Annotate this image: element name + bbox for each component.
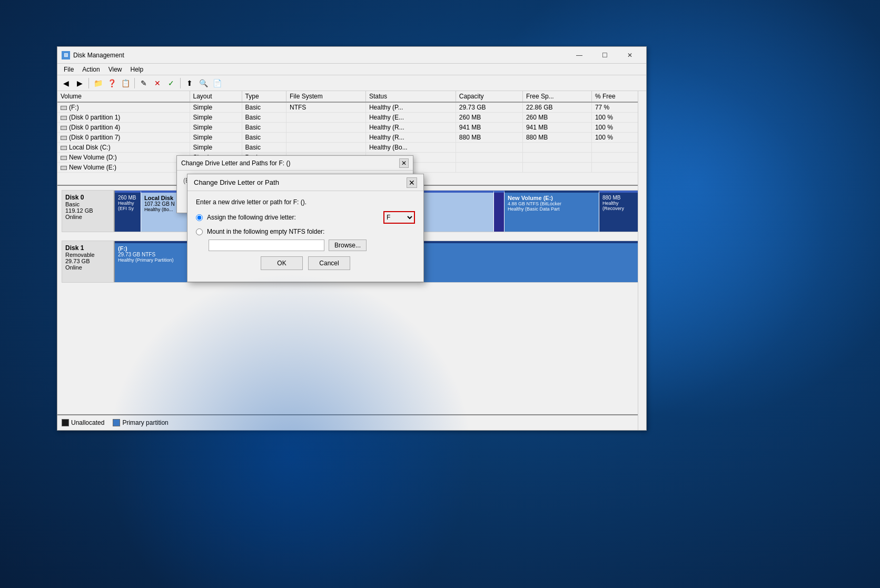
disk-icon <box>61 136 67 140</box>
report-button[interactable]: 📄 <box>211 77 223 89</box>
col-filesystem: File System <box>286 91 366 102</box>
col-volume: Volume <box>57 91 190 102</box>
window-icon: ⊞ <box>62 51 70 59</box>
col-layout: Layout <box>190 91 242 102</box>
inner-ok-button[interactable]: OK <box>261 256 303 270</box>
disk-0-info: Disk 0 Basic 119.12 GB Online <box>62 191 115 232</box>
table-row[interactable]: (F:) Simple Basic NTFS Healthy (P... 29.… <box>57 102 646 113</box>
forward-button[interactable]: ▶ <box>73 77 86 89</box>
disk-0-status: Online <box>65 214 111 220</box>
disk-1-size: 29.73 GB <box>65 258 111 264</box>
help-button[interactable]: ❓ <box>105 77 118 89</box>
cell-fs: NTFS <box>286 102 366 113</box>
toolbar: ◀ ▶ 📁 ❓ 📋 ✎ ✕ ✓ ⬆ 🔍 📄 <box>57 75 646 91</box>
disk-icon <box>61 156 67 160</box>
table-row[interactable]: (Disk 0 partition 4) Simple Basic Health… <box>57 123 646 133</box>
col-status: Status <box>365 91 456 102</box>
part-e-name: New Volume (E:) <box>508 195 596 201</box>
mount-folder-row: Mount in the following empty NTFS folder… <box>196 228 415 235</box>
inner-dialog-close-button[interactable]: ✕ <box>407 177 417 188</box>
mount-folder-radio[interactable] <box>196 228 203 235</box>
disk-icon <box>61 126 67 130</box>
disk-1-name: Disk 1 <box>65 244 111 252</box>
mount-folder-label: Mount in the following empty NTFS folder… <box>207 228 324 235</box>
disk-1-status: Online <box>65 264 111 271</box>
disk-0-type: Basic <box>65 201 111 207</box>
partition-recovery[interactable]: 880 MB Healthy (Recovery <box>599 191 641 232</box>
cell-volume: (Disk 0 partition 7) <box>57 133 190 143</box>
drive-letter-select[interactable]: F <box>383 211 415 224</box>
disk-0-name: Disk 0 <box>65 194 111 201</box>
properties-button[interactable]: 📋 <box>119 77 132 89</box>
legend-unallocated: Unallocated <box>62 419 104 426</box>
table-row[interactable]: (Disk 0 partition 1) Simple Basic Health… <box>57 113 646 123</box>
inner-cancel-button[interactable]: Cancel <box>308 256 350 270</box>
partition-e[interactable]: New Volume (E:) 4.88 GB NTFS (BitLocker … <box>505 191 599 232</box>
folder-input-row: Browse... <box>209 240 415 251</box>
menu-view[interactable]: View <box>104 65 126 74</box>
part-e-status: Healthy (Basic Data Part <box>508 206 596 212</box>
inner-dialog-body: Enter a new drive letter or path for F: … <box>187 191 423 282</box>
toolbar-separator-2 <box>134 78 135 88</box>
cell-free: 22.86 GB <box>522 102 591 113</box>
cell-volume: (Disk 0 partition 4) <box>57 123 190 133</box>
outer-dialog-close-button[interactable]: ✕ <box>399 158 409 168</box>
outer-dialog-title-bar: Change Drive Letter and Paths for F: () … <box>177 156 413 171</box>
disk-1-type: Removable <box>65 252 111 258</box>
assign-letter-radio[interactable] <box>196 214 203 221</box>
menu-help[interactable]: Help <box>126 65 148 74</box>
folder-button[interactable]: 📁 <box>92 77 104 89</box>
cell-cap: 29.73 GB <box>456 102 522 113</box>
table-row[interactable]: (Disk 0 partition 7) Simple Basic Health… <box>57 133 646 143</box>
check-button[interactable]: ✓ <box>165 77 177 89</box>
search-button[interactable]: 🔍 <box>197 77 210 89</box>
partition-small[interactable] <box>494 191 505 232</box>
disk-0-size: 119.12 GB <box>65 207 111 214</box>
cell-volume: Local Disk (C:) <box>57 143 190 153</box>
inner-dialog: Change Drive Letter or Path ✕ Enter a ne… <box>187 174 424 282</box>
legend-bar: Unallocated Primary partition <box>57 414 646 430</box>
vertical-scrollbar[interactable] <box>638 91 646 430</box>
cell-type: Basic <box>242 102 286 113</box>
assign-letter-label: Assign the following drive letter: <box>207 214 296 221</box>
unallocated-label: Unallocated <box>71 419 104 426</box>
cell-volume: New Volume (E:) <box>57 163 190 173</box>
close-button[interactable]: ✕ <box>618 47 642 64</box>
legend-primary: Primary partition <box>113 419 168 426</box>
menu-bar: File Action View Help <box>57 64 646 75</box>
primary-swatch <box>113 419 120 426</box>
outer-dialog-title-text: Change Drive Letter and Paths for F: () <box>181 160 290 167</box>
disk-icon <box>61 146 67 150</box>
menu-action[interactable]: Action <box>78 65 104 74</box>
part-efi-size: 260 MB <box>118 195 137 201</box>
menu-file[interactable]: File <box>60 65 78 74</box>
inner-dialog-title-bar: Change Drive Letter or Path ✕ <box>187 174 423 191</box>
unallocated-swatch <box>62 419 69 426</box>
dialog-prompt: Enter a new drive letter or path for F: … <box>196 198 415 206</box>
disk-icon <box>61 106 67 110</box>
title-bar: ⊞ Disk Management — ☐ ✕ <box>57 47 646 64</box>
part-recovery-size: 880 MB <box>602 195 637 201</box>
inner-dialog-buttons: OK Cancel <box>196 251 415 276</box>
maximize-button[interactable]: ☐ <box>592 47 617 64</box>
part-efi-status: Healthy (EFI Sy <box>118 201 137 211</box>
browse-button[interactable]: Browse... <box>329 240 367 251</box>
cell-volume: (Disk 0 partition 1) <box>57 113 190 123</box>
cell-layout: Simple <box>190 102 242 113</box>
folder-path-input[interactable] <box>209 240 324 251</box>
disk-1-info: Disk 1 Removable 29.73 GB Online <box>62 241 115 282</box>
delete-button[interactable]: ✕ <box>151 77 164 89</box>
disk-icon <box>61 166 67 170</box>
assign-letter-row: Assign the following drive letter: F <box>196 211 415 224</box>
edit-button[interactable]: ✎ <box>137 77 150 89</box>
window-title: Disk Management <box>73 52 567 59</box>
table-row[interactable]: Local Disk (C:) Simple Basic Healthy (Bo… <box>57 143 646 153</box>
partition-efi[interactable]: 260 MB Healthy (EFI Sy <box>115 191 141 232</box>
inner-dialog-title-text: Change Drive Letter or Path <box>194 178 279 186</box>
primary-label: Primary partition <box>122 419 168 426</box>
title-controls: — ☐ ✕ <box>567 47 642 64</box>
up-button[interactable]: ⬆ <box>183 77 196 89</box>
cell-volume: (F:) <box>57 102 190 113</box>
minimize-button[interactable]: — <box>567 47 591 64</box>
back-button[interactable]: ◀ <box>60 77 72 89</box>
